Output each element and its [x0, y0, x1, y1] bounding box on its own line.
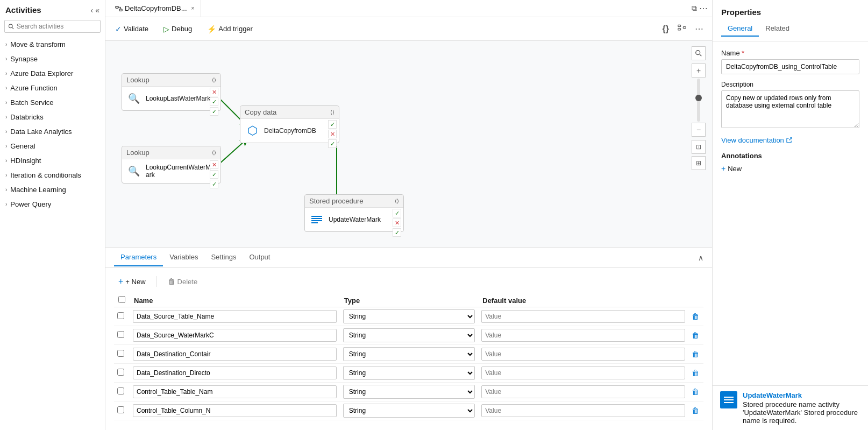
node-stored1-actions: ✓ ✕ ✓	[393, 209, 401, 237]
more-options-tab-icon[interactable]: ⋯	[699, 3, 708, 13]
param-name-input[interactable]	[133, 385, 337, 398]
collapse-left-icon[interactable]: «	[95, 6, 99, 15]
node-lookup1-expand-icon[interactable]: ⟨⟩	[212, 77, 216, 83]
node-copy1-check2[interactable]: ✓	[328, 139, 337, 148]
param-type-select[interactable]: StringIntFloatBoolArrayObjectSecureStrin…	[343, 328, 475, 342]
sidebar-item-iteration-conditionals[interactable]: ›Iteration & conditionals	[0, 168, 105, 182]
param-delete-icon[interactable]: 🗑	[692, 369, 699, 377]
prop-tab-general[interactable]: General	[721, 21, 759, 37]
node-lookup2-check[interactable]: ✓	[210, 170, 218, 179]
window-icon[interactable]: ⧉	[692, 4, 697, 13]
node-lookup1-delete[interactable]: ✕	[210, 88, 218, 96]
bottom-tab-settings[interactable]: Settings	[204, 249, 243, 266]
node-stored1[interactable]: Stored procedure ⟨⟩ UpdateWaterMark ✓ ✕ …	[304, 194, 404, 232]
sidebar-item-batch-service[interactable]: ›Batch Service	[0, 95, 105, 110]
zoom-in-button[interactable]: +	[692, 64, 706, 77]
pipeline-tab[interactable]: DeltaCopyfromDB... ×	[110, 0, 201, 17]
canvas[interactable]: Lookup ⟨⟩ 🔍 LookupLastWaterMark ✕ ✓ ✓	[105, 41, 712, 247]
param-type-select[interactable]: StringIntFloatBoolArrayObjectSecureStrin…	[343, 309, 475, 323]
select-all-checkbox[interactable]	[118, 296, 125, 303]
bottom-tab-variables[interactable]: Variables	[163, 249, 204, 266]
param-value-input[interactable]	[481, 310, 685, 323]
node-lookup1-ok[interactable]: ✓	[210, 107, 218, 116]
sidebar-item-data-lake-analytics[interactable]: ›Data Lake Analytics	[0, 124, 105, 139]
sidebar-item-general[interactable]: ›General	[0, 139, 105, 153]
param-type-select[interactable]: StringIntFloatBoolArrayObjectSecureStrin…	[343, 404, 475, 418]
param-delete-icon[interactable]: 🗑	[692, 387, 699, 396]
node-stored1-check1[interactable]: ✓	[393, 209, 401, 217]
node-stored1-check2[interactable]: ✓	[393, 228, 401, 237]
debug-button[interactable]: ▷ Debug	[160, 23, 195, 36]
more-options-button[interactable]: ⋯	[693, 22, 706, 36]
node-lookup1[interactable]: Lookup ⟨⟩ 🔍 LookupLastWaterMark ✕ ✓ ✓	[122, 73, 221, 111]
node-copy1-delete[interactable]: ✕	[328, 130, 337, 138]
param-row-name-cell	[130, 345, 340, 364]
param-delete-icon[interactable]: 🗑	[692, 312, 699, 321]
param-name-input[interactable]	[133, 404, 337, 417]
param-type-select[interactable]: StringIntFloatBoolArrayObjectSecureStrin…	[343, 385, 475, 399]
node-stored1-delete[interactable]: ✕	[393, 218, 401, 227]
param-value-input[interactable]	[481, 329, 685, 342]
param-value-input[interactable]	[481, 404, 685, 417]
zoom-slider[interactable]	[697, 79, 700, 122]
param-row-checkbox[interactable]	[117, 406, 124, 413]
param-row-checkbox[interactable]	[117, 369, 124, 376]
node-lookup2[interactable]: Lookup ⟨⟩ 🔍 LookupCurrentWaterMark ✕ ✓ ✓	[122, 146, 221, 184]
sidebar-item-synapse[interactable]: ›Synapse	[0, 52, 105, 66]
zoom-out-button[interactable]: −	[692, 123, 706, 137]
bottom-tab-parameters[interactable]: Parameters	[114, 249, 163, 266]
param-type-select[interactable]: StringIntFloatBoolArrayObjectSecureStrin…	[343, 366, 475, 380]
zoom-grid-button[interactable]: ⊞	[692, 156, 706, 170]
node-lookup1-check[interactable]: ✓	[210, 97, 218, 106]
add-annotation-button[interactable]: + New	[721, 164, 859, 173]
sidebar-item-hdinsight[interactable]: ›HDInsight	[0, 153, 105, 168]
collapse-icon[interactable]: ‹	[91, 6, 94, 15]
sidebar-item-power-query[interactable]: ›Power Query	[0, 197, 105, 212]
param-row-checkbox[interactable]	[117, 350, 124, 357]
bottom-panel-collapse-button[interactable]: ∧	[698, 253, 703, 262]
param-name-input[interactable]	[133, 329, 337, 342]
node-stored1-expand-icon[interactable]: ⟨⟩	[395, 198, 399, 204]
prop-tab-related[interactable]: Related	[759, 21, 796, 37]
node-copy1-expand-icon[interactable]: ⟨⟩	[330, 109, 335, 115]
chevron-icon: ›	[5, 114, 7, 120]
sidebar-item-azure-function[interactable]: ›Azure Function	[0, 81, 105, 95]
param-value-input[interactable]	[481, 385, 685, 398]
node-lookup2-expand-icon[interactable]: ⟨⟩	[212, 150, 216, 156]
param-delete-icon[interactable]: 🗑	[692, 406, 699, 415]
delete-param-button[interactable]: 🗑 Delete	[163, 275, 202, 288]
param-row-checkbox[interactable]	[117, 387, 124, 394]
tab-close-icon[interactable]: ×	[191, 5, 195, 11]
node-lookup2-delete[interactable]: ✕	[210, 160, 218, 169]
node-copy1-check1[interactable]: ✓	[328, 120, 337, 129]
node-copy1[interactable]: Copy data ⟨⟩ ⬡ DeltaCopyfromDB ✓ ✕ ✓	[240, 105, 339, 143]
view-documentation-link[interactable]: View documentation	[721, 136, 859, 144]
new-param-button[interactable]: + + New	[114, 274, 150, 288]
code-button[interactable]: {}	[660, 22, 671, 36]
param-delete-icon[interactable]: 🗑	[692, 331, 699, 340]
search-input[interactable]	[17, 23, 97, 30]
validate-button[interactable]: ✓ Validate	[112, 23, 152, 36]
sidebar-item-azure-data-explorer[interactable]: ›Azure Data Explorer	[0, 66, 105, 81]
param-name-input[interactable]	[133, 366, 337, 379]
bottom-tab-output[interactable]: Output	[243, 249, 276, 266]
zoom-fit-button[interactable]: ⊡	[692, 140, 706, 154]
param-value-input[interactable]	[481, 348, 685, 361]
param-row-checkbox[interactable]	[117, 331, 124, 338]
param-delete-icon[interactable]: 🗑	[692, 350, 699, 358]
name-field[interactable]	[721, 59, 859, 74]
sidebar-item-machine-learning[interactable]: ›Machine Learning	[0, 182, 105, 197]
pipeline-view-button[interactable]	[675, 22, 688, 36]
description-field[interactable]: Copy new or updated rows only from datab…	[721, 90, 859, 128]
sidebar-item-move-transform[interactable]: ›Move & transform	[0, 37, 105, 52]
param-name-input[interactable]	[133, 310, 337, 323]
add-trigger-button[interactable]: ⚡ Add trigger	[204, 23, 256, 36]
param-name-input[interactable]	[133, 348, 337, 361]
sidebar-item-databricks[interactable]: ›Databricks	[0, 110, 105, 124]
node-lookup2-ok[interactable]: ✓	[210, 180, 218, 188]
param-type-select[interactable]: StringIntFloatBoolArrayObjectSecureStrin…	[343, 347, 475, 361]
svg-line-1	[12, 27, 14, 29]
param-value-input[interactable]	[481, 366, 685, 379]
zoom-search-button[interactable]	[692, 46, 706, 60]
param-row-checkbox[interactable]	[117, 312, 124, 319]
